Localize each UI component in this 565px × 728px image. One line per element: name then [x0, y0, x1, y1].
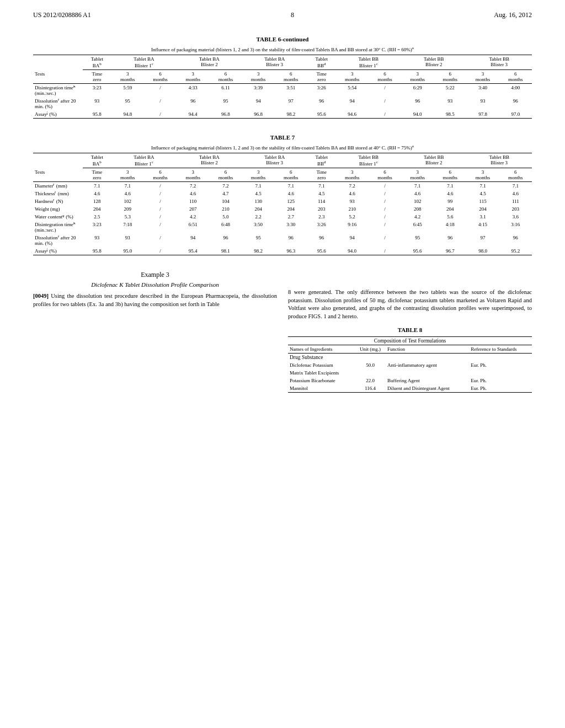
para-text-right: 8 were generated. The only difference be…: [288, 288, 532, 321]
table8: Composition of Test Formulations Names o…: [288, 336, 532, 393]
table7: TabletBAb Tablet BABlister 1c Tablet BAB…: [33, 153, 532, 255]
date: Aug. 16, 2012: [494, 11, 532, 19]
table7-title: TABLE 7: [33, 134, 532, 141]
example3-title: Example 3: [33, 271, 277, 279]
example3-text-right: 8 were generated. The only difference be…: [288, 271, 532, 393]
example3-section: Example 3 Diclofenac K Tablet Dissolutio…: [33, 271, 532, 393]
example3-paragraph: [0049] Using the dissolution test proced…: [33, 292, 277, 308]
page-header: US 2012/0208886 A1 8 Aug. 16, 2012: [33, 11, 532, 19]
table6: TabletBAb Tablet BABlister 1c Tablet BAB…: [33, 55, 532, 119]
page-number: 8: [291, 11, 294, 19]
table8-section: TABLE 8 Composition of Test Formulations…: [288, 326, 532, 393]
table6-section: TABLE 6-continued Influence of packaging…: [33, 36, 532, 119]
example3-subtitle: Diclofenac K Tablet Dissolution Profile …: [33, 281, 277, 288]
table6-title: TABLE 6-continued: [33, 36, 532, 42]
table8-title: TABLE 8: [288, 326, 532, 333]
table7-caption: Influence of packaging material (blister…: [33, 144, 532, 151]
para-num: [0049]: [33, 293, 49, 299]
table7-section: TABLE 7 Influence of packaging material …: [33, 134, 532, 255]
patent-number: US 2012/0208886 A1: [33, 11, 91, 19]
para-text-left: Using the dissolution test procedure des…: [33, 293, 277, 307]
example3-text-left: Example 3 Diclofenac K Tablet Dissolutio…: [33, 271, 277, 393]
